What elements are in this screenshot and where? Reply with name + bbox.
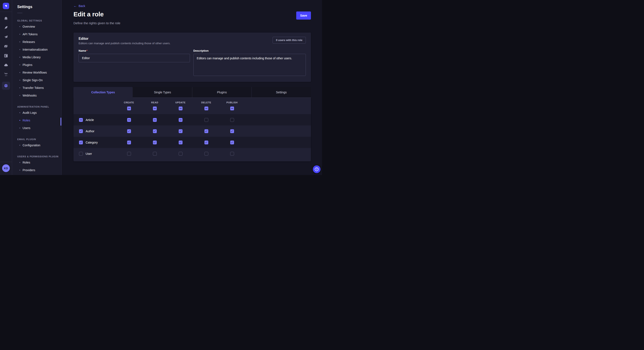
category-publish-checkbox[interactable]: [230, 141, 234, 144]
sidebar-item-internationalization[interactable]: Internationalization: [17, 46, 61, 53]
select-all-read-checkbox[interactable]: [153, 107, 157, 110]
article-create-checkbox[interactable]: [127, 118, 131, 122]
column-publish: PUBLISH: [219, 101, 245, 110]
nav-rail-icons: [2, 16, 10, 90]
name-input[interactable]: [78, 54, 190, 62]
nav-rail: KD: [0, 0, 12, 175]
sidebar-item-media-library[interactable]: Media Library: [17, 53, 61, 61]
sidebar-item-providers[interactable]: Providers: [17, 166, 61, 174]
bullet-icon: [20, 80, 20, 81]
sidebar-item-audit-logs[interactable]: Audit Logs: [17, 109, 61, 117]
question-mark-icon: ?: [315, 167, 318, 171]
select-all-update-checkbox[interactable]: [179, 107, 182, 110]
author-read-checkbox[interactable]: [153, 129, 157, 133]
feather-icon[interactable]: [4, 25, 8, 30]
sidebar-item-releases[interactable]: Releases: [17, 38, 61, 46]
home-icon[interactable]: [4, 16, 8, 20]
nav-rail-logo-section: [0, 0, 12, 12]
category-read-checkbox[interactable]: [153, 141, 157, 144]
permissions-section: Collection Types Single Types Plugins Se…: [74, 87, 311, 161]
user-publish-checkbox[interactable]: [230, 152, 234, 156]
article-delete-checkbox[interactable]: [204, 118, 208, 122]
sidebar-scrollbar-thumb[interactable]: [60, 118, 61, 126]
paper-plane-icon[interactable]: [4, 35, 8, 39]
sidebar-item-admin-roles[interactable]: Roles: [17, 117, 61, 124]
cart-icon[interactable]: [4, 72, 8, 77]
tab-single-types[interactable]: Single Types: [133, 87, 192, 98]
column-label-update: UPDATE: [175, 101, 186, 104]
help-button[interactable]: ?: [313, 166, 320, 173]
bullet-icon: [20, 145, 20, 146]
author-publish-checkbox[interactable]: [230, 129, 234, 133]
column-label-create: CREATE: [124, 101, 134, 104]
save-button[interactable]: Save: [296, 11, 311, 19]
strapi-logo[interactable]: [3, 3, 9, 9]
bullet-icon: [20, 162, 20, 163]
column-create: CREATE: [116, 101, 142, 110]
layout-icon[interactable]: [4, 54, 8, 58]
user-row-checkbox[interactable]: [79, 152, 83, 156]
article-read-checkbox[interactable]: [153, 118, 157, 122]
sidebar-item-transfer-tokens[interactable]: Transfer Tokens: [17, 84, 61, 92]
category-row-checkbox[interactable]: [79, 141, 83, 144]
strapi-logo-icon: [4, 4, 8, 8]
cloud-icon[interactable]: [4, 63, 8, 67]
category-delete-checkbox[interactable]: [204, 141, 208, 144]
row-label: Category: [86, 141, 98, 144]
user-update-checkbox[interactable]: [179, 152, 182, 156]
sidebar-item-users[interactable]: Users: [17, 124, 61, 132]
page-title: Edit a role: [74, 11, 104, 18]
article-update-checkbox[interactable]: [179, 118, 182, 122]
author-create-checkbox[interactable]: [127, 129, 131, 133]
permissions-header-row: CREATE READ UPDATE DELETE: [74, 98, 311, 114]
sidebar-item-configuration[interactable]: Configuration: [17, 141, 61, 149]
permissions-tabbar: Collection Types Single Types Plugins Se…: [74, 87, 311, 98]
row-label-cell: User: [74, 152, 116, 156]
bullet-icon: [20, 128, 20, 128]
author-delete-checkbox[interactable]: [204, 129, 208, 133]
tab-plugins[interactable]: Plugins: [192, 87, 252, 98]
sidebar-item-api-tokens[interactable]: API Tokens: [17, 30, 61, 38]
bullet-icon: [20, 112, 20, 113]
tab-collection-types[interactable]: Collection Types: [74, 87, 133, 98]
tab-settings[interactable]: Settings: [252, 87, 311, 98]
select-all-publish-checkbox[interactable]: [230, 107, 234, 110]
sidebar-item-overview[interactable]: Overview: [17, 23, 61, 30]
article-publish-checkbox[interactable]: [230, 118, 234, 122]
user-delete-checkbox[interactable]: [204, 152, 208, 156]
sidebar-item-plugins[interactable]: Plugins: [17, 61, 61, 69]
select-all-create-checkbox[interactable]: [127, 107, 131, 110]
column-label-publish: PUBLISH: [226, 101, 238, 104]
sidebar-item-up-roles[interactable]: Roles: [17, 159, 61, 166]
article-row-checkbox[interactable]: [79, 118, 83, 122]
table-row-article: Article: [74, 114, 311, 126]
name-field-group: Name*: [78, 49, 190, 77]
select-all-delete-checkbox[interactable]: [204, 107, 208, 110]
author-row-checkbox[interactable]: [79, 129, 83, 133]
back-link[interactable]: ← Back: [74, 4, 85, 8]
user-create-checkbox[interactable]: [127, 152, 131, 156]
bullet-icon: [20, 64, 20, 65]
page-header: Edit a role Save: [74, 11, 311, 19]
users-with-role-badge[interactable]: 0 users with this role: [272, 37, 306, 44]
description-textarea[interactable]: Editors can manage and publish contents …: [193, 54, 306, 76]
category-update-checkbox[interactable]: [179, 141, 182, 144]
user-read-checkbox[interactable]: [153, 152, 157, 156]
sidebar-item-single-sign-on[interactable]: Single Sign-On: [17, 76, 61, 84]
sidebar-item-webhooks[interactable]: Webhooks: [17, 92, 61, 99]
settings-nav-button[interactable]: [2, 82, 10, 90]
column-read: READ: [142, 101, 168, 110]
row-label: Article: [86, 118, 94, 122]
users-permissions-plugin-list: Roles Providers: [17, 159, 61, 174]
author-update-checkbox[interactable]: [179, 129, 182, 133]
user-avatar[interactable]: KD: [2, 164, 10, 172]
administration-panel-list: Audit Logs Roles Users: [17, 109, 61, 132]
role-details-card: Editor Editors can manage and publish co…: [74, 32, 311, 82]
column-update: UPDATE: [168, 101, 193, 110]
table-row-category: Category: [74, 137, 311, 148]
section-label-users-permissions-plugin: USERS & PERMISSIONS PLUGIN: [17, 155, 61, 158]
media-library-icon[interactable]: [4, 44, 8, 48]
bullet-icon: [20, 72, 20, 73]
sidebar-item-review-workflows[interactable]: Review Workflows: [17, 69, 61, 76]
category-create-checkbox[interactable]: [127, 141, 131, 144]
